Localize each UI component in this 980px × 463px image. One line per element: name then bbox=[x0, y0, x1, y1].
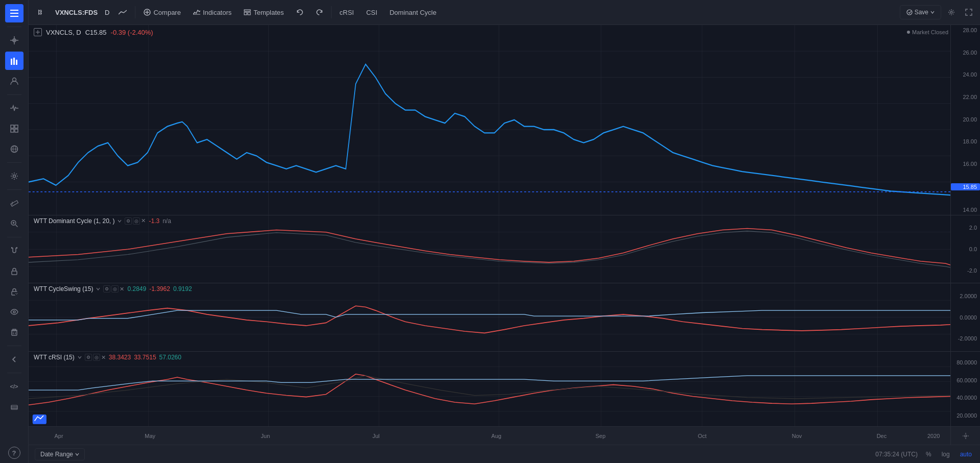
undo-button[interactable] bbox=[291, 4, 309, 20]
code-icon[interactable]: </> bbox=[5, 377, 24, 396]
percent-btn[interactable]: % bbox=[924, 450, 934, 459]
compare-button[interactable]: Compare bbox=[138, 4, 185, 20]
menu-icon[interactable] bbox=[5, 4, 24, 22]
crsi-label: cRSI bbox=[340, 9, 354, 16]
dominant-cycle-chart[interactable]: WTT Dominant Cycle (1, 20, ) ⚙ ◎ ✕ -1.3 … bbox=[29, 215, 980, 284]
ruler-icon[interactable] bbox=[5, 194, 24, 212]
svg-rect-30 bbox=[12, 331, 17, 335]
x-2020: 2020 bbox=[927, 433, 940, 439]
bar-chart-icon[interactable] bbox=[5, 52, 24, 70]
y-22: 22.00 bbox=[951, 94, 980, 100]
auto-btn[interactable]: auto bbox=[958, 450, 974, 459]
y-24: 24.00 bbox=[951, 71, 980, 78]
crosshair-icon[interactable] bbox=[5, 31, 24, 50]
crsi-y-axis: 80.0000 60.0000 40.0000 20.0000 bbox=[950, 352, 980, 426]
sidebar-separator-2 bbox=[7, 94, 21, 95]
crsi-chart[interactable]: WTT cRSI (15) ⚙ ◎ ✕ 38.3423 33.7515 57.0… bbox=[29, 352, 980, 426]
redo-button[interactable] bbox=[311, 4, 328, 20]
svg-point-49 bbox=[907, 10, 912, 15]
dominant-cycle-button[interactable]: Dominant Cycle bbox=[384, 4, 441, 20]
svg-rect-18 bbox=[10, 201, 18, 206]
dc-settings-btn[interactable]: ⚙ bbox=[125, 217, 132, 225]
bottom-right: 07:35:24 (UTC) % log auto bbox=[875, 450, 974, 459]
expand-icon[interactable] bbox=[34, 28, 42, 36]
svg-rect-48 bbox=[248, 12, 250, 15]
chart-type-button[interactable] bbox=[33, 4, 50, 20]
code-label: </> bbox=[10, 383, 18, 389]
x-jul: Jul bbox=[372, 433, 380, 439]
y-16: 16.00 bbox=[951, 161, 980, 167]
bottom-bar: Date Range 07:35:24 (UTC) % log auto bbox=[29, 445, 980, 463]
magnet-icon[interactable] bbox=[5, 241, 24, 260]
user-icon[interactable] bbox=[5, 72, 24, 90]
indicators-button[interactable]: Indicators bbox=[188, 4, 237, 20]
cs-y-0: 0.0000 bbox=[951, 314, 980, 321]
sidebar-separator-7 bbox=[7, 373, 21, 373]
price-y-axis: 28.00 26.00 24.00 22.00 20.00 18.00 16.0… bbox=[950, 25, 980, 215]
dc-close-btn[interactable]: ✕ bbox=[141, 217, 146, 224]
back-arrow-icon[interactable] bbox=[5, 350, 24, 369]
symbol-display[interactable]: VXNCLS:FDS bbox=[52, 9, 101, 16]
csi-button[interactable]: CSI bbox=[361, 4, 383, 20]
cs-y-neg2: -2.0000 bbox=[951, 335, 980, 342]
time-utc: 07:35:24 (UTC) bbox=[875, 451, 918, 458]
crsi-close-btn[interactable]: ✕ bbox=[101, 354, 106, 361]
y-14: 14.00 bbox=[951, 207, 980, 213]
crsi-eye-btn[interactable]: ◎ bbox=[93, 354, 100, 361]
cs-y-2: 2.0000 bbox=[951, 293, 980, 299]
x-may: May bbox=[145, 433, 155, 439]
date-range-button[interactable]: Date Range bbox=[35, 448, 85, 460]
x-sep: Sep bbox=[595, 433, 605, 439]
chart-settings-button[interactable] bbox=[944, 5, 959, 19]
toolbar-sep-1 bbox=[135, 6, 135, 18]
svg-point-50 bbox=[950, 11, 952, 13]
settings-main-icon[interactable] bbox=[5, 167, 24, 185]
cs-eye-btn[interactable]: ◎ bbox=[111, 285, 119, 293]
timeframe-display[interactable]: D bbox=[103, 9, 111, 16]
templates-button[interactable]: Templates bbox=[239, 4, 289, 20]
lock-icon[interactable] bbox=[5, 282, 24, 301]
cycleswing-controls: ⚙ ◎ ✕ bbox=[103, 285, 124, 293]
y-28: 28.00 bbox=[951, 27, 980, 33]
y-current: 15.85 bbox=[951, 183, 980, 190]
chart-price: C15.85 bbox=[85, 29, 107, 36]
line-type-button[interactable] bbox=[113, 4, 132, 20]
trash-icon[interactable] bbox=[5, 323, 24, 342]
sidebar-separator-4 bbox=[7, 189, 21, 190]
svg-rect-33 bbox=[11, 405, 17, 409]
crsi-controls: ⚙ ◎ ✕ bbox=[85, 354, 106, 361]
cs-val1: 0.2849 bbox=[127, 285, 146, 293]
dominant-cycle-header: WTT Dominant Cycle (1, 20, ) ⚙ ◎ ✕ -1.3 … bbox=[34, 217, 171, 225]
cs-val3: 0.9192 bbox=[173, 285, 192, 293]
toolbar-sep-2 bbox=[331, 6, 332, 18]
x-axis-settings-btn[interactable] bbox=[961, 431, 970, 441]
dominant-cycle-svg bbox=[29, 215, 950, 283]
dc-eye-btn[interactable]: ◎ bbox=[133, 217, 140, 225]
svg-rect-26 bbox=[12, 271, 17, 275]
crsi-y-20: 20.0000 bbox=[951, 412, 980, 419]
pulse-icon[interactable] bbox=[5, 99, 24, 117]
help-icon[interactable]: ? bbox=[8, 447, 20, 459]
log-btn[interactable]: log bbox=[940, 450, 952, 459]
dc-y-0: 0.0 bbox=[951, 246, 980, 252]
grid-icon[interactable] bbox=[5, 119, 24, 138]
zoom-in-icon[interactable] bbox=[5, 214, 24, 233]
layers-icon[interactable] bbox=[5, 398, 24, 416]
globe-icon[interactable] bbox=[5, 140, 24, 158]
sidebar-separator-5 bbox=[7, 237, 21, 237]
eye-icon[interactable] bbox=[5, 303, 24, 321]
x-oct: Oct bbox=[698, 433, 707, 439]
cs-close-btn[interactable]: ✕ bbox=[120, 286, 124, 293]
sidebar-separator-3 bbox=[7, 162, 21, 163]
dominant-cycle-title: WTT Dominant Cycle (1, 20, ) bbox=[34, 217, 114, 225]
cycleswing-chart[interactable]: WTT CycleSwing (15) ⚙ ◎ ✕ 0.2849 -1.3962… bbox=[29, 283, 980, 352]
crsi-settings-btn[interactable]: ⚙ bbox=[85, 354, 92, 361]
lock-edit-icon[interactable] bbox=[5, 262, 24, 280]
price-chart[interactable]: VXNCLS, D C15.85 -0.39 (-2.40%) Market C… bbox=[29, 25, 980, 215]
cs-settings-btn[interactable]: ⚙ bbox=[103, 285, 110, 293]
save-button[interactable]: Save bbox=[900, 5, 941, 19]
x-nov: Nov bbox=[792, 433, 802, 439]
svg-rect-10 bbox=[11, 125, 14, 128]
fullscreen-button[interactable] bbox=[962, 5, 976, 19]
crsi-button[interactable]: cRSI bbox=[335, 4, 359, 20]
